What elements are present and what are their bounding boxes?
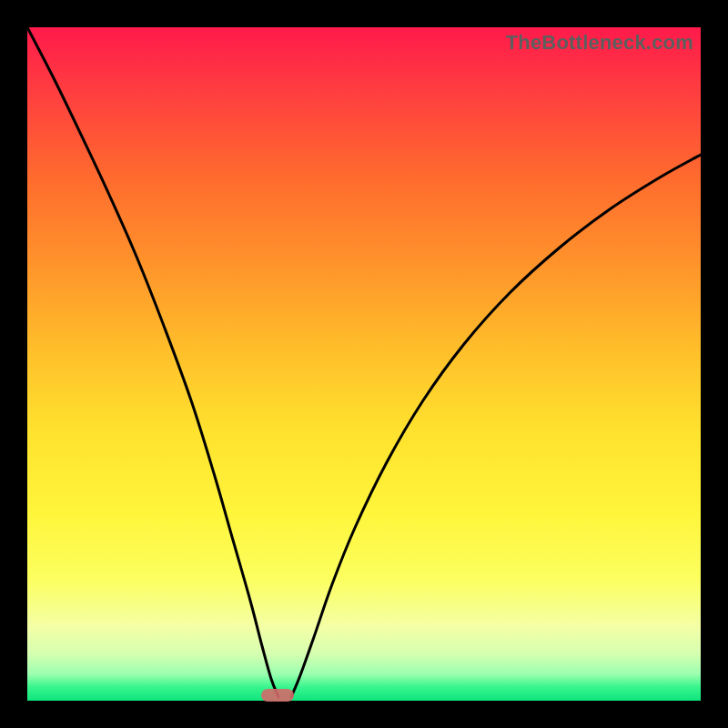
chart-frame: TheBottleneck.com	[0, 0, 728, 728]
optimum-marker	[261, 689, 294, 702]
plot-area: TheBottleneck.com	[27, 27, 701, 701]
bottleneck-curve	[27, 27, 701, 701]
